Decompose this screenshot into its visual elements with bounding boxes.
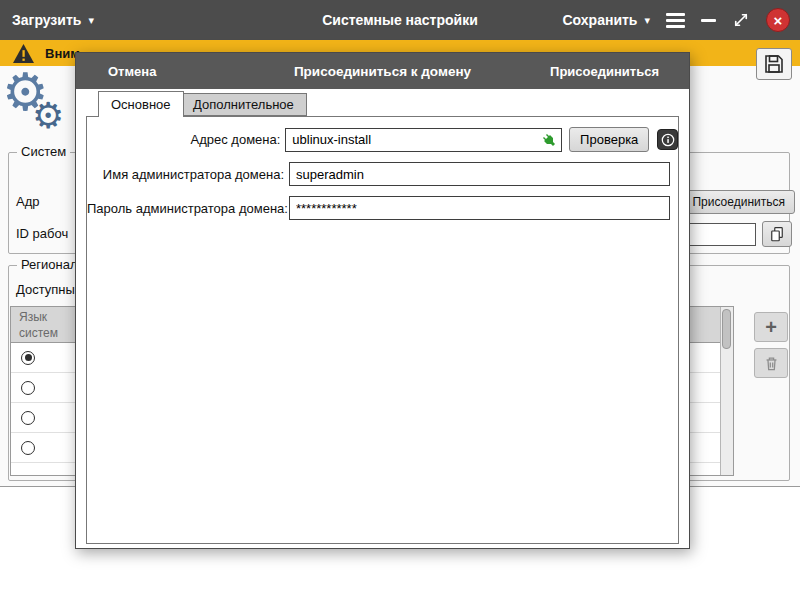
- admin-name-row: Имя администратора домена:: [87, 162, 678, 186]
- titlebar: Загрузить ▾ Системные настройки Сохранит…: [0, 0, 800, 40]
- domain-address-label: Адрес домена:: [87, 132, 285, 147]
- table-scrollbar[interactable]: [720, 307, 733, 475]
- delete-language-button[interactable]: [754, 348, 788, 378]
- admin-password-input[interactable]: [289, 196, 670, 220]
- tab-main[interactable]: Основное: [98, 91, 184, 117]
- workstation-id-label: ID рабоч: [16, 226, 68, 241]
- admin-password-row: Пароль администратора домена:: [87, 196, 678, 220]
- address-label: Адр: [16, 194, 40, 209]
- admin-password-label: Пароль администратора домена:: [87, 201, 289, 216]
- floppy-disk-icon: [762, 52, 786, 76]
- join-domain-button[interactable]: Присоединиться: [682, 190, 795, 214]
- join-confirm-button[interactable]: Присоединиться: [550, 64, 659, 79]
- minimize-icon[interactable]: [701, 19, 716, 22]
- radio-selected-icon[interactable]: [21, 351, 35, 365]
- dialog-panel: Адрес домена: Проверка: [86, 116, 679, 544]
- check-button[interactable]: Проверка: [569, 127, 649, 152]
- copy-icon: [768, 225, 786, 243]
- load-menu-label: Загрузить: [12, 12, 81, 28]
- tab-advanced[interactable]: Дополнительное: [180, 93, 307, 116]
- dialog-header: Отмена Присоединиться к домену Присоедин…: [76, 53, 689, 89]
- gear-icon: ⚙: [32, 98, 64, 134]
- chevron-down-icon: ▾: [88, 14, 94, 27]
- radio-icon[interactable]: [21, 411, 35, 425]
- domain-address-input[interactable]: [285, 128, 562, 152]
- info-icon: [661, 133, 675, 147]
- cancel-button[interactable]: Отмена: [108, 64, 156, 79]
- save-menu-button[interactable]: Сохранить ▾: [563, 12, 651, 28]
- dialog-title: Присоединиться к домену: [294, 53, 471, 89]
- regional-group-label: Регионал: [17, 257, 82, 272]
- info-button[interactable]: [657, 129, 678, 150]
- available-languages-label: Доступны: [16, 282, 75, 297]
- warning-triangle-icon: [12, 43, 35, 64]
- system-group-label: Систем: [17, 144, 70, 159]
- admin-name-input[interactable]: [289, 162, 670, 186]
- admin-name-label: Имя администратора домена:: [87, 167, 289, 182]
- load-menu-button[interactable]: Загрузить ▾: [12, 12, 94, 28]
- domain-address-row: Адрес домена: Проверка: [87, 127, 678, 152]
- radio-icon[interactable]: [21, 441, 35, 455]
- save-menu-label: Сохранить: [563, 12, 638, 28]
- app-gears-icon: ⚙ ⚙: [2, 72, 72, 148]
- window-title: Системные настройки: [322, 12, 478, 28]
- copy-button[interactable]: [762, 221, 792, 247]
- close-icon[interactable]: ×: [766, 8, 790, 32]
- hamburger-menu-icon[interactable]: [666, 13, 685, 28]
- trash-icon: [763, 355, 780, 372]
- radio-icon[interactable]: [21, 381, 35, 395]
- add-language-button[interactable]: +: [754, 312, 788, 342]
- join-domain-dialog: Отмена Присоединиться к домену Присоедин…: [75, 52, 690, 549]
- scrollbar-thumb[interactable]: [722, 309, 731, 349]
- save-to-file-button[interactable]: [756, 48, 792, 80]
- chevron-down-icon: ▾: [644, 14, 650, 27]
- fullscreen-icon[interactable]: [732, 11, 750, 29]
